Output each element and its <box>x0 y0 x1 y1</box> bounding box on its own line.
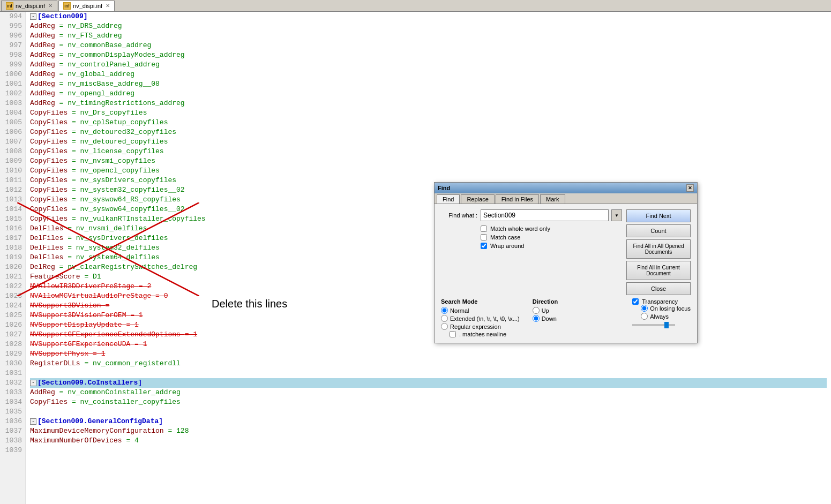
search-extended-radio[interactable] <box>441 315 448 322</box>
file-icon-1: inf <box>6 2 13 10</box>
find-main-row: Find what : ▼ Match whole word only Matc… <box>441 209 691 295</box>
code-line: AddReg = nv_opengl_addreg <box>30 89 827 99</box>
transparency-section: Transparency On losing focus Always <box>632 298 691 337</box>
code-line: AddReg = nv_commonDisplayModes_addreg <box>30 50 827 60</box>
search-normal-label: Normal <box>450 307 469 314</box>
matches-newline-row: . matches newline <box>450 331 520 337</box>
code-line: CopyFiles = nv_license_copyfiles <box>30 147 827 156</box>
code-line: CopyFiles = nv_detoured_copyfiles <box>30 137 827 147</box>
wrap-around-label: Wrap around <box>490 243 524 249</box>
search-regex-radio[interactable] <box>441 323 448 330</box>
code-line: AddReg = nv_commonBase_addreg <box>30 41 827 50</box>
line-number: 998 <box>0 50 25 60</box>
line-number: 1009 <box>0 156 25 166</box>
code-line: FeatureScore = D1 <box>30 272 827 282</box>
line-number: 1000 <box>0 70 25 79</box>
search-extended-label: Extended (\n, \r, \t, \0, \x...) <box>450 315 520 322</box>
search-regex-label: Regular expression <box>450 324 501 330</box>
line-number: 1006 <box>0 127 25 137</box>
match-whole-word-checkbox[interactable] <box>481 225 487 232</box>
search-normal-radio[interactable] <box>441 307 448 314</box>
fold-button[interactable]: - <box>30 13 36 20</box>
close-button[interactable]: Close <box>626 282 691 295</box>
code-line: NVAllowIR3DDriverPreStage = 2 <box>30 282 827 291</box>
line-number: 1010 <box>0 166 25 176</box>
line-number: 1027 <box>0 330 25 340</box>
code-content: -[Section009]AddReg = nv_DRS_addregAddRe… <box>26 12 831 504</box>
code-line: NVSupportGFExperienceExtendedOptions = 1 <box>30 330 827 340</box>
find-tabs: Find Replace Find in Files Mark <box>435 193 697 204</box>
transparency-on-losing-row: On losing focus <box>641 305 691 312</box>
line-number: 1005 <box>0 118 25 127</box>
matches-newline-checkbox[interactable] <box>450 331 456 337</box>
line-number: 1032 <box>0 378 25 388</box>
find-bottom-row: Search Mode Normal Extended (\n, \r, \t,… <box>441 298 691 337</box>
code-line: AddReg = nv_DRS_addreg <box>30 21 827 31</box>
find-tab-find-in-files[interactable]: Find in Files <box>496 194 539 204</box>
code-line: -[Section009.CoInstallers] <box>30 378 827 388</box>
code-line: NVSupport3DVision = <box>30 301 827 311</box>
find-tab-replace[interactable]: Replace <box>461 194 494 204</box>
code-line: CopyFiles = nv_Drs_copyfiles <box>30 108 827 118</box>
tab-close-2[interactable]: ✕ <box>106 3 110 9</box>
code-line: MaximumDeviceMemoryConfiguration = 128 <box>30 426 827 436</box>
match-case-checkbox[interactable] <box>481 234 487 240</box>
line-number: 1002 <box>0 89 25 99</box>
code-line: CopyFiles = nv_syswow64_RS_copyfiles <box>30 195 827 205</box>
search-extended-row: Extended (\n, \r, \t, \0, \x...) <box>441 315 520 322</box>
line-number: 1037 <box>0 426 25 436</box>
fold-button[interactable]: - <box>30 380 36 386</box>
code-line: CopyFiles = nv_detoured32_copyfiles <box>30 127 827 137</box>
line-number: 994 <box>0 12 25 21</box>
code-line: CopyFiles = nv_system32_copyfiles__02 <box>30 185 827 195</box>
direction-title: Direction <box>533 298 558 305</box>
match-case-row: Match case <box>481 234 622 240</box>
wrap-around-checkbox[interactable] <box>481 243 487 249</box>
find-what-row: Find what : ▼ <box>441 209 622 221</box>
line-number: 997 <box>0 41 25 50</box>
line-number: 1020 <box>0 262 25 272</box>
tab-nv-dispi-1[interactable]: inf nv_dispi.inf ✕ <box>1 1 57 11</box>
tab-close-1[interactable]: ✕ <box>48 3 53 9</box>
direction-up-radio[interactable] <box>533 307 540 314</box>
find-all-current-button[interactable]: Find All in Current Document <box>626 261 691 280</box>
line-number: 1014 <box>0 205 25 214</box>
find-dropdown-btn[interactable]: ▼ <box>611 209 622 221</box>
line-number: 1007 <box>0 137 25 147</box>
count-button[interactable]: Count <box>626 224 691 237</box>
find-left: Find what : ▼ Match whole word only Matc… <box>441 209 622 295</box>
direction-down-radio[interactable] <box>533 315 540 322</box>
line-number: 1034 <box>0 397 25 407</box>
transparency-handle[interactable] <box>664 322 669 328</box>
find-all-opened-button[interactable]: Find All in All Opened Documents <box>626 239 691 259</box>
line-number: 996 <box>0 31 25 41</box>
line-number: 1029 <box>0 349 25 359</box>
code-line <box>30 368 827 378</box>
transparency-checkbox-row: Transparency <box>632 298 691 305</box>
line-number: 1031 <box>0 368 25 378</box>
line-number: 1001 <box>0 79 25 89</box>
transparency-always-radio[interactable] <box>641 313 648 320</box>
find-dialog-close[interactable]: ✕ <box>686 184 694 192</box>
transparency-slider[interactable] <box>632 324 675 326</box>
tab-label-2: nv_dispi.inf <box>73 3 102 9</box>
code-line: MaximumNumberOfDevices = 4 <box>30 436 827 446</box>
code-line: DelFiles = nv_sysDrivers_delfiles <box>30 234 827 243</box>
line-number: 1004 <box>0 108 25 118</box>
tab-nv-dispi-2[interactable]: inf nv_dispi.inf ✕ <box>58 1 115 11</box>
matches-newline-label: . matches newline <box>459 331 506 337</box>
transparency-checkbox[interactable] <box>632 298 639 305</box>
match-whole-word-row: Match whole word only <box>481 225 622 232</box>
find-tab-find[interactable]: Find <box>437 194 460 204</box>
find-options: Match whole word only Match case Wrap ar… <box>481 225 622 249</box>
transparency-always-row: Always <box>641 313 691 320</box>
find-what-input[interactable] <box>481 209 609 221</box>
transparency-on-losing-radio[interactable] <box>641 305 648 312</box>
line-number: 1008 <box>0 147 25 156</box>
file-icon-2: inf <box>63 2 71 10</box>
find-tab-mark[interactable]: Mark <box>540 194 565 204</box>
find-next-button[interactable]: Find Next <box>626 209 691 222</box>
line-number: 1018 <box>0 243 25 253</box>
fold-button[interactable]: - <box>30 418 36 425</box>
line-number: 1015 <box>0 214 25 224</box>
